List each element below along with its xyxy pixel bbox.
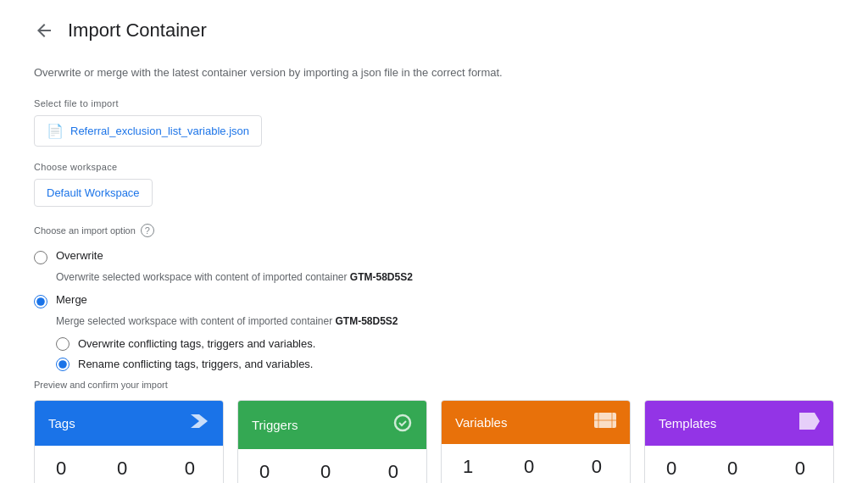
- workspace-label: Choose workspace: [34, 162, 834, 172]
- merge-label[interactable]: Merge: [56, 293, 87, 306]
- svg-rect-3: [598, 413, 599, 428]
- card-stat: 0 Deleted: [784, 458, 816, 484]
- overwrite-radio[interactable]: [34, 251, 47, 264]
- merge-container-id: GTM-58D5S2: [336, 315, 398, 327]
- triggers-icon: [392, 413, 413, 437]
- page-header: Import Container: [34, 17, 834, 44]
- overwrite-conflicts-label[interactable]: Overwrite conflicting tags, triggers and…: [78, 337, 315, 350]
- card-triggers-header: Triggers: [238, 401, 426, 449]
- card-stat: 0 New: [52, 458, 70, 484]
- help-icon[interactable]: ?: [141, 224, 154, 237]
- card-templates: Templates 0 New 0 Modified 0 Deleted: [644, 400, 834, 484]
- back-button[interactable]: [34, 17, 61, 44]
- card-stat: 0 Modified: [511, 456, 547, 484]
- file-icon: 📄: [47, 123, 64, 139]
- card-variables: Variables 1 New 0 Modified 0 Deleted: [441, 400, 631, 484]
- svg-rect-2: [594, 419, 616, 421]
- merge-suboptions: Overwrite conflicting tags, triggers and…: [56, 337, 834, 371]
- card-templates-body: 0 New 0 Modified 0 Deleted: [645, 446, 833, 484]
- card-templates-header: Templates: [645, 401, 833, 446]
- card-stat: 0 New: [255, 461, 274, 484]
- card-stat: 0 Modified: [308, 461, 343, 484]
- overwrite-conflicts-option: Overwrite conflicting tags, triggers and…: [56, 337, 834, 351]
- rename-conflicts-radio[interactable]: [56, 358, 70, 371]
- overwrite-description: Overwrite selected workspace with conten…: [56, 269, 834, 285]
- page-container: Import Container Overwrite or merge with…: [0, 0, 868, 483]
- card-stat: 0 New: [662, 458, 681, 484]
- rename-conflicts-label[interactable]: Rename conflicting tags, triggers, and v…: [78, 358, 313, 370]
- card-stat: 0 Modified: [715, 458, 750, 484]
- file-select-box[interactable]: 📄 Referral_exclusion_list_variable.json: [34, 115, 262, 147]
- page-title: Import Container: [68, 19, 207, 42]
- file-select-label: Select file to import: [34, 98, 834, 108]
- tags-icon: [189, 413, 209, 434]
- card-variables-body: 1 New 0 Modified 0 Deleted: [442, 444, 630, 484]
- merge-option: Merge: [34, 293, 834, 308]
- card-stat: 1 New: [459, 456, 477, 484]
- card-tags-header: Tags: [35, 401, 223, 446]
- card-stat: 0 Deleted: [174, 458, 206, 484]
- svg-point-0: [395, 415, 410, 430]
- import-option-label: Choose an import option: [34, 225, 136, 236]
- import-options-group: Overwrite Overwrite selected workspace w…: [34, 249, 834, 371]
- overwrite-label[interactable]: Overwrite: [56, 249, 103, 262]
- card-tags-body: 0 New 0 Modified 0 Deleted: [35, 446, 223, 484]
- templates-icon: [799, 413, 820, 434]
- workspace-value: Default Workspace: [47, 186, 140, 199]
- workspace-button[interactable]: Default Workspace: [34, 179, 153, 207]
- card-stat: 0 Modified: [104, 458, 140, 484]
- card-triggers-body: 0 New 0 Modified 0 Deleted: [238, 449, 426, 484]
- preview-cards-row: Tags 0 New 0 Modified 0 Deleted Triggers: [34, 400, 834, 484]
- card-tags: Tags 0 New 0 Modified 0 Deleted: [34, 400, 224, 484]
- subtitle-text: Overwrite or merge with the latest conta…: [34, 64, 834, 81]
- card-stat: 0 Deleted: [581, 456, 613, 484]
- preview-label: Preview and confirm your import: [34, 380, 834, 390]
- merge-description: Merge selected workspace with content of…: [56, 314, 834, 329]
- overwrite-option: Overwrite: [34, 249, 834, 264]
- variables-icon: [594, 413, 616, 432]
- card-variables-header: Variables: [442, 401, 630, 444]
- card-triggers: Triggers 0 New 0 Modified 0 Deleted: [237, 400, 427, 484]
- overwrite-conflicts-radio[interactable]: [56, 337, 70, 351]
- svg-rect-4: [611, 413, 613, 428]
- merge-radio[interactable]: [34, 295, 47, 308]
- back-arrow-icon: [34, 20, 54, 41]
- import-option-section: Choose an import option ?: [34, 224, 834, 237]
- overwrite-container-id: GTM-58D5S2: [350, 271, 413, 283]
- rename-conflicts-option: Rename conflicting tags, triggers, and v…: [56, 358, 834, 371]
- filename-text: Referral_exclusion_list_variable.json: [70, 125, 249, 137]
- card-stat: 0 Deleted: [377, 461, 409, 484]
